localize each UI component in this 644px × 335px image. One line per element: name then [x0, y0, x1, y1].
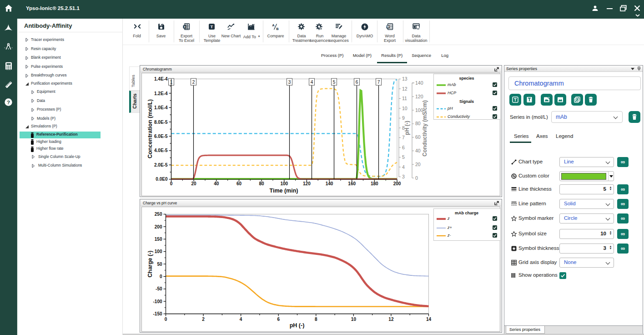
svg-text:4: 4: [311, 80, 313, 85]
svg-text:5: 5: [333, 80, 336, 85]
svg-text:4: 4: [240, 317, 242, 322]
svg-text:A: A: [272, 23, 275, 27]
svg-text:-100: -100: [153, 299, 162, 304]
svg-text:1.0E-4: 1.0E-4: [154, 105, 168, 110]
svg-text:20: 20: [191, 181, 197, 186]
svg-text:T: T: [211, 24, 213, 29]
svg-text:6: 6: [277, 317, 280, 322]
svg-text:10: 10: [351, 317, 357, 322]
svg-text:Concentration (mol/L): Concentration (mol/L): [147, 99, 153, 158]
svg-text:-150: -150: [153, 311, 162, 316]
svg-text:40: 40: [415, 148, 421, 153]
svg-text:?: ?: [7, 100, 10, 105]
svg-text:80: 80: [415, 121, 421, 126]
svg-text:5: 5: [402, 154, 405, 160]
svg-text:13: 13: [402, 76, 408, 81]
svg-text:60: 60: [415, 134, 421, 140]
svg-text:0: 0: [165, 317, 167, 322]
svg-text:B: B: [276, 27, 279, 30]
svg-text:4.0E-5: 4.0E-5: [154, 148, 168, 153]
svg-text:8: 8: [315, 317, 317, 322]
svg-text:0: 0: [160, 274, 162, 279]
svg-text:Conductivity (mS/cm): Conductivity (mS/cm): [422, 100, 428, 156]
svg-text:14: 14: [426, 317, 432, 322]
svg-text:200: 200: [393, 181, 401, 186]
svg-text:180: 180: [371, 181, 378, 186]
svg-text:50: 50: [157, 262, 162, 267]
svg-text:-50: -50: [156, 286, 162, 291]
svg-text:6: 6: [356, 80, 358, 85]
svg-text:6: 6: [402, 145, 405, 150]
svg-text:80: 80: [259, 181, 265, 186]
svg-text:4: 4: [402, 164, 405, 170]
svg-text:100: 100: [280, 181, 288, 186]
svg-text:140: 140: [326, 181, 333, 186]
svg-text:2: 2: [202, 317, 205, 322]
svg-text:200: 200: [155, 224, 162, 229]
svg-text:12: 12: [388, 317, 394, 322]
svg-text:12: 12: [402, 86, 408, 91]
svg-text:Time (min): Time (min): [270, 188, 298, 194]
svg-text:60: 60: [236, 181, 242, 186]
svg-text:8.0E-5: 8.0E-5: [154, 120, 168, 125]
svg-text:0.0E0: 0.0E0: [156, 177, 168, 182]
svg-text:140: 140: [415, 80, 423, 86]
svg-text:3: 3: [402, 174, 405, 179]
svg-text:pH (-): pH (-): [290, 322, 305, 329]
svg-text:120: 120: [303, 181, 311, 186]
svg-text:7: 7: [377, 80, 380, 85]
svg-text:11: 11: [402, 96, 407, 101]
svg-text:250: 250: [155, 212, 162, 217]
svg-text:150: 150: [155, 237, 162, 242]
svg-text:Charge (-): Charge (-): [147, 250, 153, 277]
svg-text:9: 9: [402, 115, 405, 121]
svg-text:x: x: [184, 25, 186, 28]
svg-text:120: 120: [415, 94, 423, 99]
svg-text:6.0E-5: 6.0E-5: [154, 134, 168, 139]
svg-text:40: 40: [214, 181, 219, 186]
svg-text:100: 100: [155, 249, 162, 254]
svg-text:2: 2: [192, 80, 195, 85]
svg-text:1.2E-4: 1.2E-4: [154, 91, 168, 96]
svg-text:0: 0: [170, 181, 173, 186]
svg-text:7: 7: [402, 135, 405, 140]
svg-text:3: 3: [288, 80, 291, 85]
svg-text:20: 20: [415, 162, 421, 167]
svg-text:10: 10: [402, 106, 408, 111]
svg-text:1.4E-4: 1.4E-4: [154, 76, 168, 81]
svg-text:pH (-): pH (-): [404, 121, 410, 135]
svg-text:160: 160: [348, 181, 356, 186]
svg-text:W: W: [387, 25, 390, 28]
svg-text:0: 0: [415, 175, 418, 181]
svg-text:2.0E-5: 2.0E-5: [154, 162, 168, 168]
